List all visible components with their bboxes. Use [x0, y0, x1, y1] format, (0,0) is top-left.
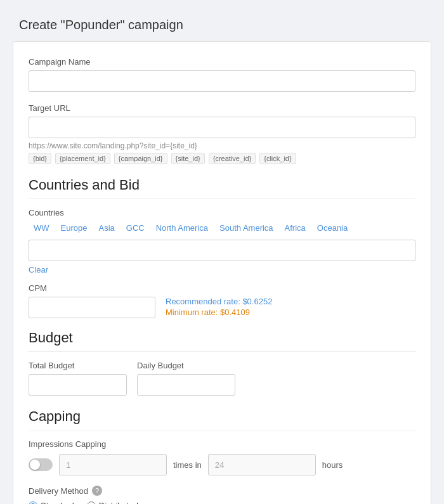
- target-url-input[interactable]: [29, 117, 415, 138]
- hours-label: hours: [322, 460, 343, 470]
- clear-countries-link[interactable]: Clear: [29, 265, 48, 275]
- macro-placement-id: {placement_id}: [55, 153, 110, 164]
- macro-click-id: {click_id}: [259, 153, 296, 164]
- budget-row: Total Budget Daily Budget: [29, 361, 415, 396]
- times-in-label: times in: [173, 460, 202, 470]
- capping-section: Capping Impressions Capping times in hou…: [29, 408, 415, 504]
- daily-budget-label: Daily Budget: [137, 361, 235, 370]
- impressions-times-input[interactable]: [59, 454, 167, 475]
- region-tab-europe[interactable]: Europe: [56, 221, 93, 235]
- page-title: Create "Popunder" campaign: [6, 6, 438, 41]
- region-tab-north-america[interactable]: North America: [151, 221, 213, 235]
- macro-bid: {bid}: [29, 153, 51, 164]
- region-tab-asia[interactable]: Asia: [93, 221, 119, 235]
- delivery-standard-label: Standard: [41, 501, 74, 504]
- daily-budget-group: Daily Budget: [137, 361, 235, 396]
- delivery-distributed-radio[interactable]: [87, 501, 96, 505]
- capping-row: times in hours: [29, 454, 415, 475]
- countries-label: Countries: [29, 208, 415, 217]
- total-budget-group: Total Budget: [29, 361, 127, 396]
- target-url-group: Target URL https://www.site.com/landing.…: [29, 103, 415, 164]
- region-tab-ww[interactable]: WW: [29, 221, 55, 235]
- delivery-method-label: Delivery Method: [29, 486, 88, 496]
- delivery-radio-group: Standard Distributed: [29, 501, 415, 504]
- delivery-section: Delivery Method ? Standard Distributed: [29, 486, 415, 504]
- impressions-hours-input[interactable]: [208, 454, 316, 475]
- delivery-standard-radio[interactable]: [29, 501, 37, 505]
- cpm-group: CPM Recommended rate: $0.6252 Minimum ra…: [29, 283, 415, 318]
- campaign-name-label: Campaign Name: [29, 57, 415, 67]
- url-hint: https://www.site.com/landing.php?site_id…: [29, 141, 415, 150]
- delivery-distributed-option[interactable]: Distributed: [87, 501, 138, 504]
- countries-section: Countries WW Europe Asia GCC North Ameri…: [29, 208, 415, 275]
- target-url-label: Target URL: [29, 103, 415, 113]
- region-tab-south-america[interactable]: South America: [214, 221, 278, 235]
- capping-title: Capping: [29, 408, 415, 430]
- budget-title: Budget: [29, 330, 415, 352]
- recommended-rate: Recommended rate: $0.6252: [166, 297, 272, 306]
- cpm-label: CPM: [29, 283, 415, 293]
- region-tab-gcc[interactable]: GCC: [121, 221, 150, 235]
- region-tab-africa[interactable]: Africa: [280, 221, 311, 235]
- page-wrapper: Create "Popunder" campaign Campaign Name…: [6, 6, 438, 504]
- minimum-rate: Minimum rate: $0.4109: [166, 307, 272, 317]
- cpm-row: Recommended rate: $0.6252 Minimum rate: …: [29, 297, 415, 318]
- form-card: Campaign Name Target URL https://www.sit…: [13, 41, 431, 504]
- countries-and-bid-title: Countries and Bid: [29, 177, 415, 199]
- toggle-knob: [30, 460, 40, 470]
- macro-site-id: {site_id}: [171, 153, 205, 164]
- macro-creative-id: {creative_id}: [209, 153, 256, 164]
- macro-tags: {bid} {placement_id} {campaign_id} {site…: [29, 153, 415, 164]
- delivery-standard-option[interactable]: Standard: [29, 501, 74, 504]
- countries-input[interactable]: [29, 240, 415, 261]
- macro-campaign-id: {campaign_id}: [114, 153, 167, 164]
- delivery-label-row: Delivery Method ?: [29, 486, 415, 496]
- campaign-name-input[interactable]: [29, 70, 415, 92]
- campaign-name-group: Campaign Name: [29, 57, 415, 92]
- impressions-toggle[interactable]: [29, 458, 53, 471]
- total-budget-input[interactable]: [29, 374, 127, 396]
- delivery-distributed-label: Distributed: [99, 501, 138, 504]
- region-tab-oceania[interactable]: Oceania: [312, 221, 353, 235]
- cpm-input[interactable]: [29, 297, 155, 318]
- delivery-help-icon[interactable]: ?: [92, 486, 102, 496]
- daily-budget-input[interactable]: [137, 374, 235, 396]
- region-tabs: WW Europe Asia GCC North America South A…: [29, 221, 415, 235]
- cpm-hints: Recommended rate: $0.6252 Minimum rate: …: [166, 297, 272, 317]
- impressions-capping-label: Impressions Capping: [29, 439, 415, 449]
- total-budget-label: Total Budget: [29, 361, 127, 370]
